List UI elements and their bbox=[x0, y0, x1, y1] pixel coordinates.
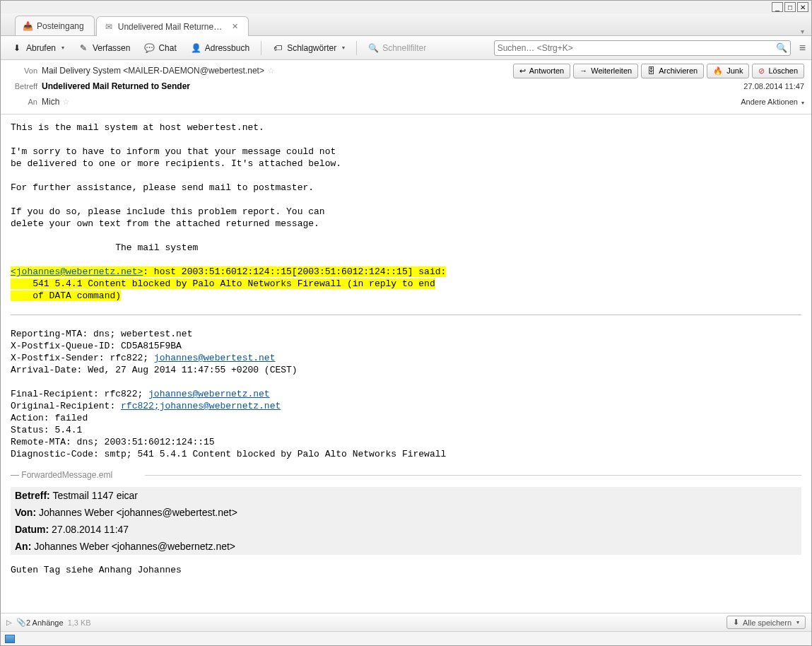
window-controls: _ □ ✕ bbox=[1, 1, 811, 13]
addressbook-button[interactable]: 👤 Adressbuch bbox=[185, 40, 255, 56]
block-icon: ⊘ bbox=[758, 66, 765, 76]
status-icon[interactable] bbox=[5, 635, 15, 643]
save-all-button[interactable]: ⬇ Alle speichern ▾ bbox=[726, 616, 806, 629]
download-icon: ⬇ bbox=[733, 618, 739, 627]
embedded-from: Von: Johannes Weber <johannes@webertest.… bbox=[11, 504, 801, 521]
embedded-body: Guten Tag siehe Anhang Johannes bbox=[11, 555, 801, 589]
message-body-scroll[interactable]: This is the mail system at host webertes… bbox=[1, 114, 811, 613]
button-label: Verfassen bbox=[93, 43, 130, 53]
from-value: Mail Delivery System <MAILER-DAEMON@webe… bbox=[42, 66, 264, 76]
search-input[interactable] bbox=[498, 43, 776, 53]
main-toolbar: ⬇ Abrufen ▾ ✎ Verfassen 💬 Chat 👤 Adressb… bbox=[1, 36, 811, 60]
button-label: Abrufen bbox=[26, 43, 56, 53]
global-search[interactable]: 🔍 bbox=[494, 40, 791, 56]
placeholder-text: Schnellfilter bbox=[382, 43, 426, 53]
forwarded-legend: — ForwardedMessage.eml bbox=[11, 470, 801, 480]
hamburger-menu-icon[interactable]: ≡ bbox=[799, 42, 806, 54]
archive-button[interactable]: 🗄Archivieren bbox=[641, 64, 704, 78]
toolbar-separator bbox=[261, 41, 261, 55]
delete-button[interactable]: ⊘Löschen bbox=[752, 64, 804, 78]
star-icon[interactable]: ☆ bbox=[62, 97, 70, 107]
chat-icon: 💬 bbox=[144, 43, 154, 53]
quickfilter-input[interactable]: 🔍 Schnellfilter bbox=[363, 40, 432, 56]
to-label: An bbox=[8, 98, 42, 106]
tab-message[interactable]: ✉ Undelivered Mail Returne… ✕ bbox=[96, 16, 249, 36]
subject-label: Betreff bbox=[8, 82, 42, 90]
download-button[interactable]: ⬇ Abrufen ▾ bbox=[6, 40, 70, 56]
expand-icon[interactable]: ▷ bbox=[6, 618, 12, 626]
paperclip-icon: 📎 bbox=[16, 618, 26, 627]
archive-icon: 🗄 bbox=[647, 66, 655, 75]
tab-label: Posteingang bbox=[37, 21, 84, 31]
chevron-down-icon: ▾ bbox=[801, 100, 804, 106]
close-button[interactable]: ✕ bbox=[797, 2, 808, 12]
tags-button[interactable]: 🏷 Schlagwörter ▾ bbox=[267, 40, 351, 56]
chevron-down-icon: ▾ bbox=[61, 45, 64, 51]
other-actions-menu[interactable]: Andere Aktionen ▾ bbox=[741, 98, 804, 106]
chevron-down-icon: ▾ bbox=[342, 45, 345, 51]
button-label: Chat bbox=[158, 43, 176, 53]
star-icon[interactable]: ☆ bbox=[267, 66, 275, 76]
message-datetime: 27.08.2014 11:47 bbox=[743, 82, 804, 90]
button-label: Adressbuch bbox=[205, 43, 249, 53]
button-label: Schlagwörter bbox=[287, 43, 336, 53]
original-recipient-link[interactable]: rfc822;johannes@webernetz.net bbox=[121, 401, 281, 411]
attachment-bar: ▷ 📎 2 Anhänge 1,3 KB ⬇ Alle speichern ▾ bbox=[1, 613, 811, 631]
recipient-link[interactable]: <johannes@webernetz.net> bbox=[11, 266, 143, 277]
toolbar-separator bbox=[356, 41, 357, 55]
envelope-icon: ✉ bbox=[104, 22, 114, 32]
from-label: Von bbox=[8, 66, 42, 75]
tag-icon: 🏷 bbox=[273, 43, 283, 53]
pencil-icon: ✎ bbox=[78, 43, 88, 53]
compose-button[interactable]: ✎ Verfassen bbox=[73, 40, 136, 56]
person-icon: 👤 bbox=[191, 43, 201, 53]
chevron-down-icon: ▾ bbox=[796, 619, 799, 626]
reply-button[interactable]: ↩Antworten bbox=[513, 64, 571, 78]
message-header: Von Mail Delivery System <MAILER-DAEMON@… bbox=[1, 60, 811, 114]
subject-value: Undelivered Mail Returned to Sender bbox=[42, 81, 190, 91]
tab-inbox[interactable]: 📥 Posteingang bbox=[15, 16, 95, 35]
search-icon: 🔍 bbox=[368, 43, 378, 53]
reply-icon: ↩ bbox=[519, 66, 526, 76]
embedded-subject: Betreff: Testmail 1147 eicar bbox=[11, 487, 801, 504]
embedded-date: Datum: 27.08.2014 11:47 bbox=[11, 521, 801, 538]
forward-button[interactable]: →Weiterleiten bbox=[573, 64, 638, 78]
tab-close-icon[interactable]: ✕ bbox=[232, 22, 238, 31]
download-icon: ⬇ bbox=[12, 43, 22, 53]
maximize-button[interactable]: □ bbox=[784, 2, 796, 12]
forward-icon: → bbox=[579, 66, 587, 75]
search-icon[interactable]: 🔍 bbox=[776, 42, 787, 53]
body-separator bbox=[11, 315, 801, 315]
inbox-icon: 📥 bbox=[23, 21, 33, 31]
final-recipient-link[interactable]: johannes@webernetz.net bbox=[148, 389, 270, 399]
chat-button[interactable]: 💬 Chat bbox=[139, 40, 182, 56]
delivery-report: Reporting-MTA: dns; webertest.net X-Post… bbox=[11, 328, 801, 460]
status-bar bbox=[1, 631, 811, 645]
body-highlight: <johannes@webernetz.net>: host 2003:51:6… bbox=[11, 266, 801, 302]
sender-link[interactable]: johannes@webertest.net bbox=[154, 353, 276, 363]
tab-bar: 📥 Posteingang ✉ Undelivered Mail Returne… bbox=[1, 13, 811, 36]
attachment-size: 1,3 KB bbox=[68, 618, 91, 627]
minimize-button[interactable]: _ bbox=[772, 2, 783, 12]
attachment-count: 2 Anhänge bbox=[26, 618, 64, 627]
tab-label: Undelivered Mail Returne… bbox=[118, 22, 222, 32]
junk-button[interactable]: 🔥Junk bbox=[707, 64, 749, 78]
tab-dropdown[interactable]: ▾ bbox=[794, 28, 811, 35]
flame-icon: 🔥 bbox=[713, 66, 723, 76]
to-value: Mich bbox=[42, 97, 59, 107]
embedded-to: An: Johannes Weber <johannes@webernetz.n… bbox=[11, 538, 801, 555]
body-intro: This is the mail system at host webertes… bbox=[11, 122, 801, 254]
